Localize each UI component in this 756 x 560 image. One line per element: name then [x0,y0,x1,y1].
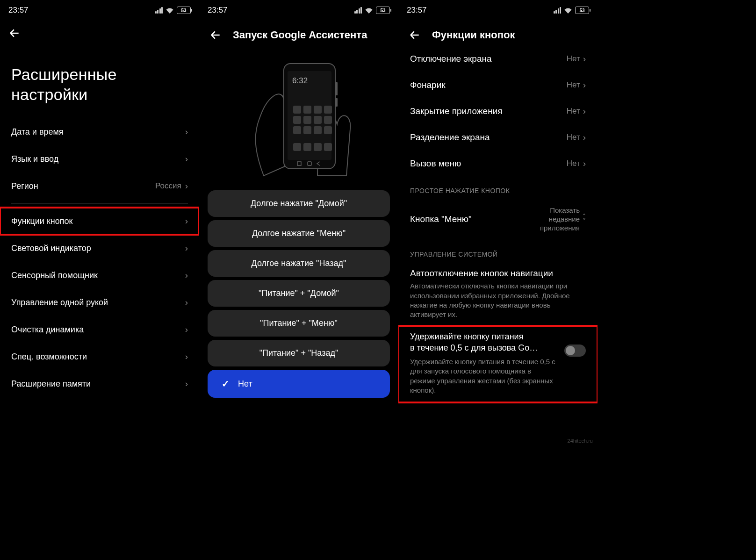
signal-icon [155,7,163,14]
chevron-right-icon: › [583,54,586,64]
row-memory-extension[interactable]: Расширение памяти › [0,370,199,397]
row-label: Расширение памяти [11,379,91,389]
status-bar: 23:57 53 [199,0,398,21]
option-long-press-back[interactable]: Долгое нажатие "Назад" [208,250,390,277]
clock: 23:57 [8,6,29,15]
row-label: Световой индикатор [11,244,91,253]
back-button[interactable] [208,27,223,43]
page-title: Запуск Google Ассистента [233,29,367,41]
up-down-icon: ˄˅ [583,215,586,224]
row-speaker-cleaning[interactable]: Очистка динамика › [0,316,199,343]
row-value: Нет [567,54,580,64]
svg-rect-13 [324,126,332,134]
chevron-right-icon: › [185,379,188,389]
row-label: Фонарик [410,80,446,90]
row-label: Очистка динамика [11,325,84,335]
pane-button-functions: 23:57 53 Функции кнопок Отключение экран… [398,0,598,446]
row-value: Нет [567,107,580,116]
row-value: Нет [567,159,580,168]
row-split-screen[interactable]: Разделение экрана Нет› [398,124,598,151]
page-title: Функции кнопок [432,29,515,41]
option-none[interactable]: ✓ Нет [208,370,390,398]
row-flashlight[interactable]: Фонарик Нет› [398,72,598,98]
chevron-right-icon: › [185,297,188,308]
block-description: Удерживайте кнопку питания в течение 0,5… [410,357,557,395]
row-label: Кнопка "Меню" [410,214,472,224]
svg-rect-6 [293,116,301,124]
row-date-time[interactable]: Дата и время › [0,118,199,145]
wifi-icon [564,7,572,14]
row-one-handed[interactable]: Управление одной рукой › [0,289,199,316]
svg-rect-16 [314,143,322,151]
section-system-control: УПРАВЛЕНИЕ СИСТЕМОЙ [398,240,598,262]
option-long-press-menu[interactable]: Долгое нажатие "Меню" [208,220,390,247]
clock: 23:57 [407,6,427,15]
row-touch-assistant[interactable]: Сенсорный помощник › [0,262,199,289]
row-accessibility[interactable]: Спец. возможности › [0,343,199,370]
row-label: Язык и ввод [11,154,58,164]
back-button[interactable] [407,27,423,43]
signal-icon [354,7,362,14]
chevron-right-icon: › [185,352,188,362]
row-auto-disable-nav[interactable]: Автоотключение кнопок навигации Автомати… [398,262,598,326]
back-button[interactable] [7,25,22,41]
row-language-input[interactable]: Язык и ввод › [0,145,199,172]
row-label: Разделение экрана [410,132,490,143]
row-label: Вызов меню [410,158,461,169]
status-icons: 53 [155,7,191,14]
row-label: Отключение экрана [410,54,492,64]
svg-rect-4 [314,106,322,114]
status-bar: 23:57 53 [0,0,199,21]
row-label: Спец. возможности [11,352,87,362]
chevron-right-icon: › [185,154,188,164]
illustration-hand-phone: 6:32 [199,46,398,187]
row-label: Регион [11,181,38,191]
row-value: Показать недавние приложения [540,206,580,232]
row-close-app[interactable]: Закрытие приложения Нет› [398,98,598,124]
row-value: Нет [567,133,580,142]
chevron-right-icon: › [185,243,188,253]
block-title: Автоотключение кнопок навигации [410,268,586,279]
svg-rect-7 [303,116,311,124]
row-label: Закрытие приложения [410,106,503,116]
option-power-back[interactable]: "Питание" + "Назад" [208,340,390,366]
chevron-right-icon: › [583,80,586,90]
row-button-functions[interactable]: Функции кнопок › [0,208,199,235]
row-label: Управление одной рукой [11,298,108,308]
illus-time: 6:32 [292,76,308,85]
chevron-right-icon: › [185,216,188,226]
toggle-switch[interactable] [564,345,586,357]
row-value: Россия [155,181,181,191]
row-screen-off[interactable]: Отключение экрана Нет› [398,46,598,72]
watermark: 24hitech.ru [568,438,593,444]
block-title: Удерживайте кнопку питанияв течение 0,5 … [410,331,557,353]
signal-icon [554,7,562,14]
clock: 23:57 [208,6,228,15]
battery-icon: 53 [376,7,390,14]
option-label: Нет [238,379,252,389]
svg-rect-21 [336,98,338,107]
chevron-right-icon: › [583,106,586,116]
option-power-home[interactable]: "Питание" + "Домой" [208,280,390,307]
svg-rect-20 [336,82,338,95]
row-menu-button[interactable]: Кнопка "Меню" Показать недавние приложен… [398,198,598,240]
row-led-indicator[interactable]: Световой индикатор › [0,235,199,262]
page-title: Расширенныенастройки [0,46,199,118]
row-hold-power-assistant[interactable]: Удерживайте кнопку питанияв течение 0,5 … [398,326,598,402]
row-label: Дата и время [11,127,64,137]
header: Функции кнопок [398,21,598,46]
svg-rect-8 [314,116,322,124]
chevron-right-icon: › [185,324,188,335]
row-call-menu[interactable]: Вызов меню Нет› [398,151,598,177]
row-label: Функции кнопок [11,216,72,226]
option-long-press-home[interactable]: Долгое нажатие "Домой" [208,190,390,217]
chevron-right-icon: › [583,158,586,169]
separator [11,203,188,204]
row-region[interactable]: Регион Россия› [0,172,199,200]
svg-rect-15 [303,143,311,151]
svg-rect-12 [314,126,322,134]
option-power-menu[interactable]: "Питание" + "Меню" [208,310,390,337]
battery-icon: 53 [575,7,589,14]
wifi-icon [365,7,373,14]
header: Запуск Google Ассистента [199,21,398,46]
